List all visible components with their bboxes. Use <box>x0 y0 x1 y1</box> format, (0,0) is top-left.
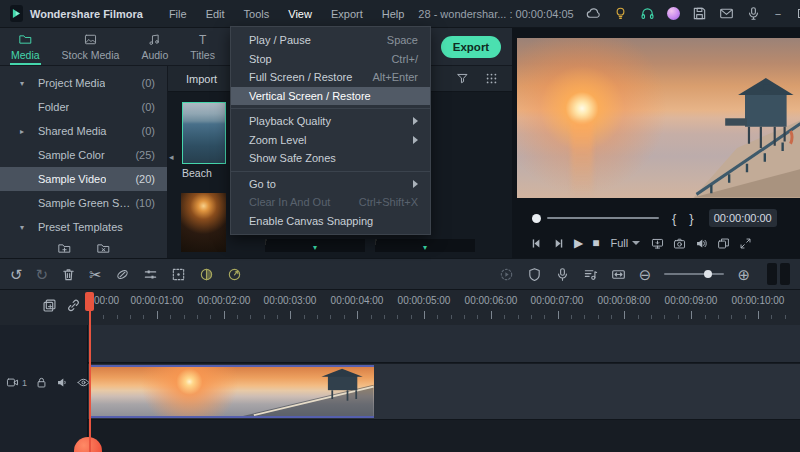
panel-toggle-button[interactable] <box>767 263 777 285</box>
stop-button[interactable]: ■ <box>592 236 599 250</box>
voiceover-mic-icon[interactable] <box>555 267 570 282</box>
undo-icon[interactable]: ↺ <box>10 267 23 282</box>
chevron-right-icon[interactable]: ▸ <box>20 127 24 136</box>
tab-stock-media[interactable]: Stock Media <box>51 28 131 65</box>
timeline-clip-sunset[interactable] <box>90 365 374 418</box>
menu-item-playback-quality[interactable]: Playback Quality <box>231 112 430 131</box>
color-correction-icon[interactable] <box>199 267 214 282</box>
snapshot-camera-icon[interactable] <box>673 237 686 250</box>
menu-export[interactable]: Export <box>331 8 363 20</box>
menu-tools[interactable]: Tools <box>244 8 270 20</box>
sidebar-item-sample-color[interactable]: Sample Color (25) <box>0 143 167 167</box>
menu-file[interactable]: File <box>169 8 187 20</box>
lock-track-icon[interactable] <box>35 376 48 389</box>
split-scissors-icon[interactable]: ✂ <box>89 267 102 282</box>
tab-media[interactable]: Media <box>0 28 51 65</box>
track-1-lane[interactable] <box>88 364 800 420</box>
cloud-icon[interactable] <box>586 6 601 21</box>
shortcut: Ctrl+Shift+X <box>359 196 418 208</box>
sidebar-item-preset-templates[interactable]: ▾ Preset Templates <box>0 215 167 239</box>
chevron-down-icon <box>632 241 640 245</box>
support-headset-icon[interactable] <box>640 6 655 21</box>
compare-layers-icon[interactable] <box>717 237 730 250</box>
media-item-thumbnail[interactable]: ▾ <box>265 239 365 252</box>
timeline-ruler[interactable]: 00:00 00:00:01:00 00:00:02:00 00:00:03:0… <box>0 290 800 325</box>
mark-in-button[interactable]: { <box>672 211 676 226</box>
export-button[interactable]: Export <box>441 36 501 58</box>
account-avatar[interactable] <box>667 7 680 20</box>
delete-trash-icon[interactable] <box>61 267 76 282</box>
sidebar-item-shared-media[interactable]: ▸ Shared Media (0) <box>0 119 167 143</box>
sidebar-item-sample-video[interactable]: Sample Video (20) <box>0 167 167 191</box>
next-frame-button[interactable] <box>552 237 565 250</box>
mute-track-icon[interactable] <box>56 376 69 389</box>
delete-folder-icon[interactable] <box>97 242 110 255</box>
volume-speaker-icon[interactable] <box>695 237 708 250</box>
menu-item-zoom-level[interactable]: Zoom Level <box>231 131 430 150</box>
playback-quality-selector[interactable]: Full <box>610 237 640 249</box>
menu-item-play-pause[interactable]: Play / Pause Space <box>231 31 430 50</box>
adjust-sliders-icon[interactable] <box>143 267 158 282</box>
media-item-thumbnail[interactable] <box>181 193 226 252</box>
collapse-sidebar-icon[interactable]: ◂ <box>169 152 174 162</box>
manage-tracks-icon[interactable] <box>42 298 57 313</box>
redo-icon[interactable]: ↻ <box>36 267 49 282</box>
menu-view[interactable]: View <box>288 8 312 20</box>
progress-handle[interactable] <box>532 214 541 223</box>
titles-T-icon: T <box>199 33 206 47</box>
progress-track[interactable] <box>547 217 659 219</box>
zoom-in-icon[interactable]: ⊕ <box>737 267 750 282</box>
minimize-button[interactable]: − <box>775 8 781 20</box>
tab-audio[interactable]: Audio <box>130 28 179 65</box>
timeline-zoom-slider[interactable] <box>664 273 724 275</box>
motion-tracking-icon[interactable] <box>171 267 186 282</box>
menu-item-vertical-screen-restore[interactable]: Vertical Screen / Restore <box>231 87 430 106</box>
display-device-icon[interactable] <box>651 237 664 250</box>
playhead-handle[interactable] <box>85 292 94 311</box>
tips-bulb-icon[interactable] <box>613 6 628 21</box>
filter-funnel-icon[interactable] <box>456 72 469 85</box>
panel-toggle-button[interactable] <box>780 263 790 285</box>
chevron-down-icon[interactable]: ▾ <box>20 223 24 232</box>
chevron-down-icon[interactable]: ▾ <box>20 79 24 88</box>
grid-view-icon[interactable] <box>485 72 498 85</box>
menu-help[interactable]: Help <box>382 8 405 20</box>
link-icon[interactable] <box>66 298 81 313</box>
render-preview-icon[interactable] <box>499 267 514 282</box>
microphone-icon[interactable] <box>746 6 761 21</box>
previous-frame-button[interactable] <box>530 237 543 250</box>
tab-titles[interactable]: T Titles <box>179 28 226 65</box>
fullscreen-expand-icon[interactable] <box>739 237 752 250</box>
import-button[interactable]: Import <box>186 73 217 85</box>
menu-item-stop[interactable]: Stop Ctrl+/ <box>231 50 430 69</box>
sidebar-item-folder[interactable]: Folder (0) <box>0 95 167 119</box>
fit-timeline-icon[interactable] <box>611 267 626 282</box>
zoom-slider-knob[interactable] <box>704 270 712 278</box>
crop-clip-icon[interactable] <box>115 267 130 282</box>
audio-mixer-icon[interactable] <box>583 267 598 282</box>
marker-icon[interactable] <box>527 267 542 282</box>
play-button[interactable]: ▶ <box>574 236 583 250</box>
save-icon[interactable] <box>692 6 707 21</box>
sidebar-item-project-media[interactable]: ▾ Project Media (0) <box>0 71 167 95</box>
menu-item-show-safe-zones[interactable]: Show Safe Zones <box>231 149 430 168</box>
mark-out-button[interactable]: } <box>689 211 693 226</box>
preview-progress-row: { } 00:00:00:00 <box>512 208 800 228</box>
menu-item-full-screen-restore[interactable]: Full Screen / Restore Alt+Enter <box>231 68 430 87</box>
assistant-badge[interactable] <box>74 437 102 452</box>
feedback-mail-icon[interactable] <box>719 6 734 21</box>
preview-video[interactable] <box>517 38 800 198</box>
speed-control-icon[interactable] <box>227 267 242 282</box>
zoom-out-icon[interactable]: ⊖ <box>639 267 652 282</box>
menu-edit[interactable]: Edit <box>206 8 225 20</box>
new-folder-icon[interactable] <box>58 242 71 255</box>
sidebar-item-sample-green-screen[interactable]: Sample Green Scre... (10) <box>0 191 167 215</box>
pier-silhouette <box>642 76 800 198</box>
menu-item-go-to[interactable]: Go to <box>231 175 430 194</box>
media-item-beach[interactable]: Beach <box>182 102 226 179</box>
media-item-thumbnail[interactable]: ▾ <box>375 239 475 252</box>
menu-item-enable-canvas-snapping[interactable]: Enable Canvas Snapping <box>231 212 430 231</box>
track-2-lane[interactable] <box>88 325 800 363</box>
beach-thumbnail[interactable] <box>182 102 226 164</box>
playhead-line <box>89 292 91 452</box>
